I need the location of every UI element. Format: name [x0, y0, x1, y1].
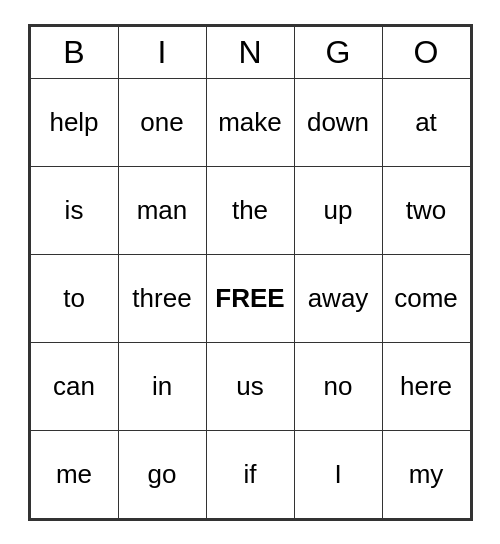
table-cell: make	[206, 78, 294, 166]
col-b: B	[30, 26, 118, 78]
table-cell: one	[118, 78, 206, 166]
table-row: megoifImy	[30, 430, 470, 518]
table-cell: is	[30, 166, 118, 254]
table-cell: my	[382, 430, 470, 518]
table-row: tothreeFREEawaycome	[30, 254, 470, 342]
table-cell: up	[294, 166, 382, 254]
table-cell: at	[382, 78, 470, 166]
table-cell: if	[206, 430, 294, 518]
table-cell: us	[206, 342, 294, 430]
table-cell: to	[30, 254, 118, 342]
table-cell: no	[294, 342, 382, 430]
col-n: N	[206, 26, 294, 78]
table-cell: down	[294, 78, 382, 166]
table-cell: I	[294, 430, 382, 518]
bingo-card: B I N G O helponemakedownatismantheuptwo…	[28, 24, 473, 521]
header-row: B I N G O	[30, 26, 470, 78]
table-cell: the	[206, 166, 294, 254]
table-cell: me	[30, 430, 118, 518]
table-row: caninusnohere	[30, 342, 470, 430]
col-g: G	[294, 26, 382, 78]
table-cell: man	[118, 166, 206, 254]
table-cell: three	[118, 254, 206, 342]
bingo-body: helponemakedownatismantheuptwotothreeFRE…	[30, 78, 470, 518]
col-o: O	[382, 26, 470, 78]
table-row: ismantheuptwo	[30, 166, 470, 254]
table-cell: in	[118, 342, 206, 430]
table-cell: FREE	[206, 254, 294, 342]
col-i: I	[118, 26, 206, 78]
table-cell: come	[382, 254, 470, 342]
table-cell: help	[30, 78, 118, 166]
table-cell: two	[382, 166, 470, 254]
bingo-table: B I N G O helponemakedownatismantheuptwo…	[30, 26, 471, 519]
table-cell: away	[294, 254, 382, 342]
table-cell: here	[382, 342, 470, 430]
table-row: helponemakedownat	[30, 78, 470, 166]
table-cell: go	[118, 430, 206, 518]
table-cell: can	[30, 342, 118, 430]
